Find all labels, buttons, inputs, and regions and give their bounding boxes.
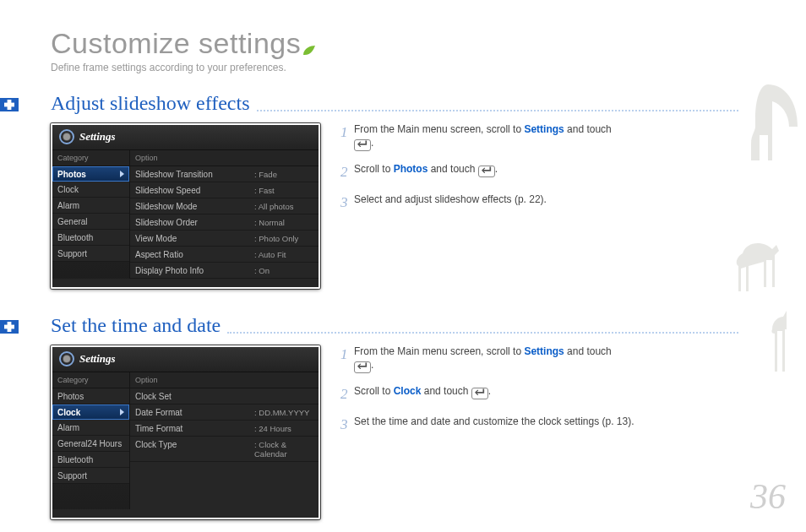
opt-row[interactable]: Clock Set xyxy=(130,388,319,404)
col-category: Category xyxy=(52,372,129,388)
step-number: 3 xyxy=(340,415,354,434)
opt-row[interactable]: Date Format: DD.MM.YYYY xyxy=(130,404,319,421)
cat-support[interactable]: Support xyxy=(52,468,129,484)
cat-photos[interactable]: Photos xyxy=(52,166,129,182)
cat-photos[interactable]: Photos xyxy=(52,388,129,404)
cat-alarm[interactable]: Alarm xyxy=(52,420,129,436)
opt-row[interactable]: View Mode: Photo Only xyxy=(130,231,319,247)
section-divider xyxy=(257,110,738,111)
step-2: 2 Scroll to Clock and touch . xyxy=(340,385,738,404)
opt-row[interactable]: Slideshow Speed: Fast xyxy=(130,182,319,198)
cat-general[interactable]: General xyxy=(52,214,129,230)
screen-title: Settings xyxy=(79,130,116,144)
cat-clock[interactable]: Clock xyxy=(52,404,129,420)
highlight-settings: Settings xyxy=(524,345,564,357)
step-number: 1 xyxy=(340,123,354,151)
leaf-icon xyxy=(302,30,316,42)
highlight-settings: Settings xyxy=(524,123,564,135)
step-number: 3 xyxy=(340,193,354,212)
section-title: Set the time and date xyxy=(51,314,221,337)
section-marker-icon xyxy=(0,320,19,334)
section-title: Adjust slideshow effects xyxy=(51,92,250,115)
section-heading-time: Set the time and date xyxy=(0,314,738,337)
col-option: Option xyxy=(130,150,319,166)
section-heading-slideshow: Adjust slideshow effects xyxy=(0,92,738,115)
instruction-list: 1 From the Main menu screen, scroll to S… xyxy=(340,123,738,224)
opt-row[interactable]: Slideshow Mode: All photos xyxy=(130,198,319,214)
highlight-clock: Clock xyxy=(394,385,422,397)
cat-support[interactable]: Support xyxy=(52,246,129,262)
cat-clock[interactable]: Clock xyxy=(52,182,129,198)
step-1: 1 From the Main menu screen, scroll to S… xyxy=(340,345,738,373)
page-title: Customize settings xyxy=(51,27,738,60)
instruction-list: 1 From the Main menu screen, scroll to S… xyxy=(340,345,738,446)
section-divider xyxy=(227,332,738,334)
section-marker-icon xyxy=(0,98,19,111)
page-subtitle: Define frame settings according to your … xyxy=(51,62,738,73)
svg-rect-3 xyxy=(4,325,14,329)
step-number: 1 xyxy=(340,345,354,373)
opt-row[interactable]: Clock Type: Clock & Calendar xyxy=(130,437,319,462)
highlight-photos: Photos xyxy=(394,163,428,175)
safari-silhouette-icon xyxy=(726,76,806,439)
gear-icon xyxy=(59,351,74,366)
svg-rect-1 xyxy=(4,103,14,107)
col-category: Category xyxy=(52,150,129,166)
cat-general[interactable]: General24 Hours xyxy=(52,436,129,452)
page-number: 36 xyxy=(750,476,786,517)
cat-alarm[interactable]: Alarm xyxy=(52,198,129,214)
opt-row[interactable]: Slideshow Transition: Fade xyxy=(130,166,319,182)
step-3: 3 Set the time and date and customize th… xyxy=(340,415,738,434)
page-title-text: Customize settings xyxy=(51,27,301,59)
enter-icon xyxy=(354,361,371,373)
step-number: 2 xyxy=(340,163,354,182)
enter-icon xyxy=(354,139,371,151)
opt-row[interactable]: Aspect Ratio: Auto Fit xyxy=(130,247,319,263)
settings-screenshot-photos: Settings Category Photos Clock Alarm Gen… xyxy=(51,123,320,289)
enter-icon xyxy=(478,166,495,177)
opt-row[interactable]: Time Format: 24 Hours xyxy=(130,421,319,437)
settings-screenshot-clock: Settings Category Photos Clock Alarm Gen… xyxy=(51,345,320,519)
step-number: 2 xyxy=(340,385,354,404)
step-3: 3 Select and adjust slideshow effects (p… xyxy=(340,193,738,212)
col-option: Option xyxy=(130,372,319,388)
cat-bluetooth[interactable]: Bluetooth xyxy=(52,452,129,468)
opt-row[interactable]: Display Photo Info: On xyxy=(130,263,319,279)
cat-bluetooth[interactable]: Bluetooth xyxy=(52,230,129,246)
gear-icon xyxy=(59,129,74,144)
screen-title: Settings xyxy=(79,352,116,366)
step-1: 1 From the Main menu screen, scroll to S… xyxy=(340,123,738,151)
step-2: 2 Scroll to Photos and touch . xyxy=(340,163,738,182)
enter-icon xyxy=(471,388,488,399)
opt-row[interactable]: Slideshow Order: Normal xyxy=(130,214,319,231)
